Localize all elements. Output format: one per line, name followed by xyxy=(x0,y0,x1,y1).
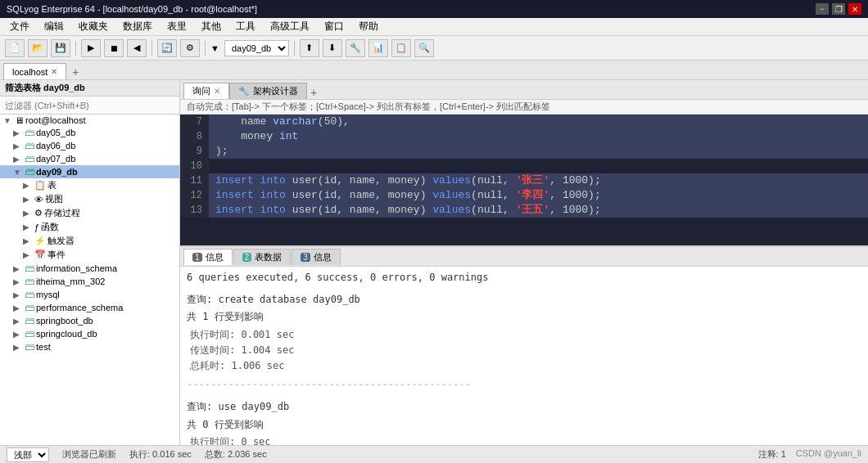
tree-icon: 🗃 xyxy=(25,328,34,339)
tree-db-day06[interactable]: ▶ 🗃 day06_db xyxy=(0,139,179,152)
extra1-btn[interactable]: 📊 xyxy=(368,39,388,57)
result-query-2: 查询: use day09_db xyxy=(187,399,861,415)
tree-db-test[interactable]: ▶ 🗃 test xyxy=(0,340,179,353)
tree-label: information_schema xyxy=(36,263,117,273)
expand-icon: ▶ xyxy=(23,250,33,259)
menu-favorites[interactable]: 收藏夹 xyxy=(72,18,115,35)
status-dropdown[interactable]: 浅部 xyxy=(7,447,49,462)
tree-icon: 🗃 xyxy=(25,315,34,326)
expand-icon: ▶ xyxy=(23,236,33,245)
tree-db-day09[interactable]: ▼ 🗃 day09_db xyxy=(0,165,179,178)
autocomplete-text: 自动完成：[Tab]-> 下一个标签；[Ctrl+Space]-> 列出所有标签… xyxy=(187,101,550,113)
code-line-7: 7 name varchar(50), xyxy=(180,115,868,129)
open-btn[interactable]: 📂 xyxy=(28,39,47,57)
tree-db-day05[interactable]: ▶ 🗃 day05_db xyxy=(0,126,179,139)
result-tab-data[interactable]: 2 表数据 xyxy=(233,249,292,265)
result-divider-1: ----------------------------------------… xyxy=(187,377,861,393)
line-num-12: 12 xyxy=(180,188,209,203)
connection-tab-close[interactable]: ✕ xyxy=(51,67,57,76)
code-line-13: 13 insert into user(id, name, money) val… xyxy=(180,203,868,218)
export-btn[interactable]: ⬇ xyxy=(323,39,342,57)
query-tab-close[interactable]: ✕ xyxy=(214,87,220,96)
tree-label: 函数 xyxy=(41,221,59,233)
line-content-9: ); xyxy=(209,144,868,159)
line-content-10 xyxy=(209,159,868,173)
menu-other[interactable]: 其他 xyxy=(195,18,228,35)
restore-button[interactable]: ❐ xyxy=(832,3,845,15)
expand-icon: ▶ xyxy=(13,155,23,164)
tree-db-springboot[interactable]: ▶ 🗃 springboot_db xyxy=(0,314,179,327)
tree-folder-events[interactable]: ▶ 📅 事件 xyxy=(0,248,179,262)
run-btn[interactable]: ▶ xyxy=(81,39,101,57)
expand-icon: ▶ xyxy=(13,290,23,299)
tab-query[interactable]: 询问 ✕ xyxy=(183,83,229,99)
tree-root[interactable]: ▼ 🖥 root@localhost xyxy=(0,115,179,126)
connection-tab-localhost[interactable]: localhost ✕ xyxy=(3,63,66,79)
extra2-btn[interactable]: 📋 xyxy=(391,39,411,57)
menu-tools[interactable]: 工具 xyxy=(229,18,262,35)
connection-tab-label: localhost xyxy=(12,67,47,77)
tree-icon: ⚡ xyxy=(34,236,46,246)
toolbar-sep-2 xyxy=(151,41,152,56)
import-btn[interactable]: ⬆ xyxy=(300,39,319,57)
code-editor[interactable]: 7 name varchar(50), 8 money int 9 ); 10 xyxy=(180,115,868,245)
tree-db-performance[interactable]: ▶ 🗃 performance_schema xyxy=(0,301,179,314)
tree-db-info-schema[interactable]: ▶ 🗃 information_schema xyxy=(0,262,179,275)
tree-icon: 🗃 xyxy=(25,289,34,300)
result-tab-badge-2: 2 xyxy=(242,253,252,262)
menu-help[interactable]: 帮助 xyxy=(352,18,385,35)
line-content-13: insert into user(id, name, money) values… xyxy=(209,203,868,218)
close-button[interactable]: ✕ xyxy=(848,3,861,15)
menu-table[interactable]: 表里 xyxy=(160,18,193,35)
schema-btn[interactable]: 🔧 xyxy=(346,39,365,57)
line-num-8: 8 xyxy=(180,129,209,144)
tree-folder-triggers[interactable]: ▶ ⚡ 触发器 xyxy=(0,234,179,248)
stop-btn[interactable]: ⏹ xyxy=(104,39,124,57)
database-select[interactable]: day09_db xyxy=(224,40,289,56)
back-btn[interactable]: ◀ xyxy=(127,39,147,57)
toolbar-sep-1 xyxy=(75,41,76,56)
result-block-2: 查询: use day09_db 共 0 行受到影响 执行时间: 0 sec 传… xyxy=(187,399,861,445)
result-timing-exec-2: 执行时间: 0 sec xyxy=(190,434,861,445)
menu-database[interactable]: 数据库 xyxy=(116,18,159,35)
save-btn[interactable]: 💾 xyxy=(51,39,70,57)
tree-db-itheima[interactable]: ▶ 🗃 itheima_mm_302 xyxy=(0,275,179,288)
tree-db-springcloud[interactable]: ▶ 🗃 springcloud_db xyxy=(0,327,179,340)
tree-label: 表 xyxy=(47,179,57,191)
expand-icon: ▶ xyxy=(13,343,23,352)
expand-icon: ▶ xyxy=(23,209,33,218)
result-tab-info[interactable]: 1 信息 xyxy=(183,249,233,265)
line-num-13: 13 xyxy=(180,203,209,218)
result-timings-2: 执行时间: 0 sec 传送时间: 0 sec 总耗时: 0 sec xyxy=(187,434,861,445)
tree-db-day07[interactable]: ▶ 🗃 day07_db xyxy=(0,152,179,165)
tree-folder-functions[interactable]: ▶ ƒ 函数 xyxy=(0,220,179,234)
tree-folder-views[interactable]: ▶ 👁 视图 xyxy=(0,192,179,206)
result-tab-info3[interactable]: 3 信息 xyxy=(292,249,341,265)
status-total-time: 总数: 2.036 sec xyxy=(205,448,267,461)
status-line: 注释: 1 xyxy=(758,448,786,461)
schema-tab-icon: 🔧 xyxy=(238,86,250,97)
new-btn[interactable]: 📄 xyxy=(5,39,25,57)
add-query-tab-button[interactable]: + xyxy=(307,86,320,99)
menu-advanced-tools[interactable]: 高级工具 xyxy=(264,18,316,35)
menu-window[interactable]: 窗口 xyxy=(318,18,350,35)
tree-folder-procedures[interactable]: ▶ ⚙ 存储过程 xyxy=(0,206,179,220)
tree-label: springcloud_db xyxy=(36,329,97,339)
extra3-btn[interactable]: 🔍 xyxy=(414,39,434,57)
menu-edit[interactable]: 编辑 xyxy=(38,18,70,35)
result-tab-bar: 1 信息 2 表数据 3 信息 xyxy=(180,247,868,267)
settings-btn[interactable]: ⚙ xyxy=(180,39,200,57)
tree-db-mysql[interactable]: ▶ 🗃 mysql xyxy=(0,288,179,301)
tree-folder-tables[interactable]: ▶ 📋 表 xyxy=(0,178,179,192)
title-bar-controls: － ❐ ✕ xyxy=(816,3,861,15)
refresh-btn[interactable]: 🔄 xyxy=(157,39,177,57)
tree-icon: 👁 xyxy=(34,195,43,205)
minimize-button[interactable]: － xyxy=(816,3,829,15)
add-connection-button[interactable]: + xyxy=(68,65,83,79)
tab-schema-designer[interactable]: 🔧 架构设计器 xyxy=(229,83,307,99)
left-panel: 筛选表格 day09_db ▼ 🖥 root@localhost ▶ 🗃 day… xyxy=(0,80,180,445)
result-timing-send-1: 传送时间: 1.004 sec xyxy=(190,343,861,358)
tree-icon: 🗃 xyxy=(25,140,34,151)
tree-filter-input[interactable] xyxy=(0,97,179,115)
menu-file[interactable]: 文件 xyxy=(3,18,36,35)
